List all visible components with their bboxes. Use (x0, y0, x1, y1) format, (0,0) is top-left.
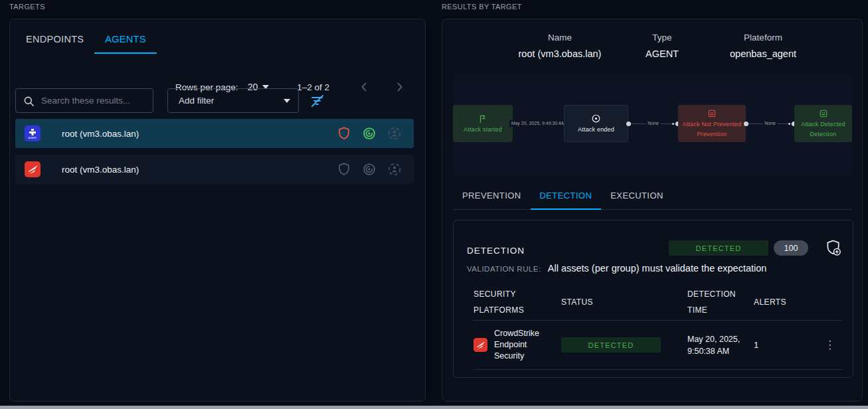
crowdstrike-icon (25, 161, 41, 177)
openbas-agent-icon: AGENT (25, 125, 41, 141)
add-filter-select[interactable]: Add filter (167, 88, 299, 113)
search-input[interactable] (16, 89, 153, 112)
validation-rule-value: All assets (per group) must validate the… (548, 263, 767, 274)
edge-label: May 20, 2025, 9:49:30 AM (509, 120, 568, 127)
agent-row[interactable]: AGENT root (vm3.obas.lan) (15, 119, 414, 148)
node-label: Attack Not Prevented (682, 121, 741, 128)
clear-filters-icon[interactable] (309, 93, 325, 109)
platform-name: CrowdStrike Endpoint Security (494, 328, 549, 362)
col-header-platforms: Security platforms (474, 286, 537, 318)
target-name-column: Name root (vm3.obas.lan) (503, 33, 616, 59)
timeline-node-attack-started[interactable]: Attack started (453, 105, 513, 142)
node-sublabel: Prevention (697, 131, 727, 138)
detection-table: Security platforms Status Detection time… (474, 284, 843, 370)
timeline-node-attack-not-prevented[interactable]: Attack Not Prevented Prevention (678, 105, 746, 142)
tab-detection[interactable]: DETECTION (531, 183, 602, 210)
detection-radar-icon (362, 162, 377, 177)
agent-status-icons (337, 126, 404, 141)
add-filter-label: Add filter (179, 96, 214, 106)
node-label: Attack started (464, 126, 502, 133)
tab-prevention[interactable]: PREVENTION (453, 183, 531, 210)
crowdstrike-icon (474, 338, 487, 352)
table-header-row: Security platforms Status Detection time… (474, 284, 843, 321)
tab-endpoints[interactable]: ENDPOINTS (15, 19, 94, 54)
targets-section-title: TARGETS (9, 3, 45, 11)
filter-row: Add filter (15, 88, 325, 113)
results-panel: Name root (vm3.obas.lan) Type AGENT Plat… (442, 19, 863, 402)
tab-execution[interactable]: EXECUTION (601, 183, 672, 210)
agent-status-icons (337, 162, 404, 177)
detection-title: DETECTION (467, 246, 525, 256)
name-value: root (vm3.obas.lan) (503, 48, 616, 59)
shield-plus-icon[interactable] (825, 239, 842, 257)
results-tabs: PREVENTION DETECTION EXECUTION (453, 183, 851, 210)
type-value: AGENT (626, 48, 699, 59)
col-header-alerts: Alerts (754, 294, 817, 310)
edge-handle-dot (672, 123, 674, 125)
detection-card: DETECTION DETECTED 100 VALIDATION RULE: … (453, 220, 853, 378)
type-label: Type (626, 33, 699, 42)
table-row: CrowdStrike Endpoint Security DETECTED M… (474, 321, 843, 370)
human-validation-icon (387, 162, 402, 177)
sensor-icon (707, 109, 717, 118)
edge-handle-dot (626, 122, 631, 126)
tab-agents[interactable]: AGENTS (94, 19, 156, 54)
timeline-node-attack-ended[interactable]: Attack ended (564, 105, 628, 142)
attack-timeline: Attack started May 20, 2025, 9:49:30 AM … (453, 75, 852, 175)
status-badge: DETECTED (561, 337, 661, 353)
col-header-time: Detection time (687, 286, 747, 318)
search-icon (23, 95, 35, 108)
detection-radar-icon (362, 126, 377, 141)
col-header-status: Status (561, 294, 687, 310)
status-badge: DETECTED (669, 240, 768, 256)
detection-time: May 20, 2025, 9:50:38 AM (687, 333, 747, 357)
alerts-count: 1 (754, 340, 817, 350)
edge-handle-dot (744, 122, 748, 126)
node-label: Attack Detected (801, 121, 845, 128)
validation-rule-label: VALIDATION RULE: (467, 265, 541, 273)
targets-tabs: ENDPOINTS AGENTS (15, 19, 157, 54)
human-validation-icon (387, 126, 402, 141)
targets-panel: ENDPOINTS AGENTS Rows per page: 20 1–2 o… (9, 19, 426, 402)
sensor-icon (819, 109, 828, 118)
search-box (15, 88, 153, 113)
name-label: Name (503, 33, 616, 42)
platform-value: openbas_agent (707, 48, 820, 59)
horizontal-scrollbar[interactable] (0, 406, 868, 409)
svg-text:AGENT: AGENT (29, 137, 37, 139)
chevron-down-icon (284, 99, 290, 103)
timeline-node-attack-detected[interactable]: Attack Detected Detection (794, 105, 852, 142)
edge-label: None (762, 120, 778, 127)
node-label: Attack ended (578, 126, 614, 133)
platform-label: Plateform (707, 33, 820, 42)
agent-row[interactable]: root (vm3.obas.lan) (15, 155, 414, 184)
prevention-shield-icon (337, 126, 351, 141)
node-sublabel: Detection (810, 131, 837, 138)
chevron-right-icon[interactable] (392, 79, 408, 95)
chevron-left-icon[interactable] (356, 79, 372, 95)
edge-label: None (646, 120, 661, 127)
flag-icon (478, 114, 487, 123)
target-platform-column: Plateform openbas_agent (707, 33, 820, 59)
validation-rule: VALIDATION RULE: All assets (per group) … (467, 263, 766, 274)
record-icon (591, 114, 601, 123)
results-section-title: RESULTS BY TARGET (442, 3, 522, 11)
agent-name: root (vm3.obas.lan) (62, 165, 337, 175)
target-type-column: Type AGENT (626, 33, 699, 59)
agent-name: root (vm3.obas.lan) (62, 129, 337, 139)
row-menu-icon[interactable]: ⋮ (817, 338, 843, 352)
edge-handle-dot (788, 123, 790, 125)
prevention-shield-icon (337, 162, 351, 177)
score-badge: 100 (774, 240, 808, 256)
